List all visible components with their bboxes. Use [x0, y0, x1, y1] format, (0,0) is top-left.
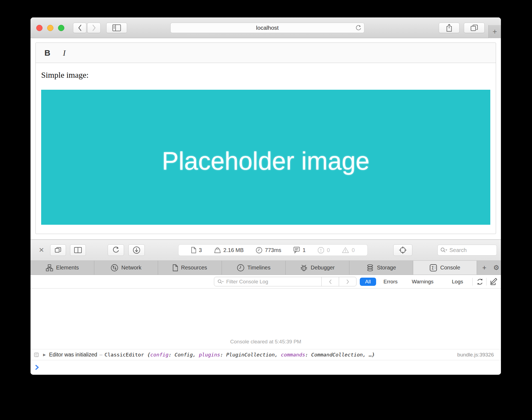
address-bar[interactable]: localhost: [170, 23, 364, 33]
preview-value: : Config,: [168, 352, 199, 358]
zoom-window-button[interactable]: [58, 25, 64, 31]
screenshot-canvas: localhost: [0, 0, 532, 420]
tab-storage[interactable]: Storage: [349, 261, 413, 275]
console-prompt[interactable]: [31, 360, 501, 374]
download-button[interactable]: [128, 244, 145, 256]
load-time: 773ms: [265, 247, 281, 253]
warning-triangle-icon: [342, 247, 349, 253]
page-weight-stat[interactable]: 2.16 MB: [214, 247, 244, 253]
document-icon: [191, 247, 196, 253]
next-result-button[interactable]: [339, 277, 356, 286]
reload-page-button[interactable]: [108, 244, 124, 256]
tab-resources[interactable]: Resources: [158, 261, 222, 275]
load-time-stat[interactable]: 773ms: [256, 247, 281, 254]
svg-text:Σ: Σ: [431, 266, 434, 271]
inspector-toolbar: ✕: [31, 240, 501, 261]
new-inspector-tab-button[interactable]: +: [477, 261, 492, 275]
tab-label: Debugger: [311, 265, 335, 271]
console-output: Console cleared at 5:45:39 PM ▶ Editor w…: [31, 289, 501, 374]
preserve-log-button[interactable]: [475, 277, 485, 286]
italic-button[interactable]: I: [63, 48, 66, 58]
warning-count: 0: [352, 247, 355, 253]
download-icon: [132, 246, 141, 254]
reload-icon: [355, 25, 362, 31]
console-filter-field[interactable]: [214, 277, 321, 286]
editor-content[interactable]: Simple image: Placeholder image: [36, 70, 496, 225]
close-window-button[interactable]: [36, 25, 43, 31]
console-log-row[interactable]: ▶ Editor was initialized – ClassicEditor…: [31, 349, 501, 360]
warning-count-stat[interactable]: 0: [342, 247, 355, 253]
clock-icon: [256, 247, 262, 254]
console-message-stat[interactable]: 1: [293, 247, 306, 254]
minimize-window-button[interactable]: [47, 25, 53, 31]
gear-icon: ⚙: [493, 264, 499, 272]
clock-icon: [237, 264, 244, 272]
divider: [486, 278, 486, 286]
previous-result-button[interactable]: [321, 277, 339, 286]
scope-all-button[interactable]: All: [360, 278, 376, 286]
browser-titlebar: localhost: [31, 17, 501, 38]
bold-button[interactable]: B: [44, 48, 50, 58]
inspector-search-field[interactable]: [437, 245, 497, 256]
error-count-stat[interactable]: 0: [318, 247, 330, 254]
reload-button[interactable]: [355, 25, 362, 32]
clear-console-icon: [489, 278, 498, 286]
log-message: Editor was initialized: [49, 352, 97, 358]
reload-icon: [112, 246, 120, 254]
tab-elements[interactable]: Elements: [31, 261, 94, 275]
scope-logs-button[interactable]: Logs: [452, 275, 463, 289]
circular-refresh-icon: [476, 278, 484, 286]
tab-timelines[interactable]: Timelines: [222, 261, 286, 275]
tab-label: Timelines: [247, 265, 271, 271]
log-level-icon: [34, 352, 39, 358]
preview-value: : PluginCollection,: [220, 352, 281, 358]
console-filter-bar: All Errors Warnings Logs: [31, 275, 501, 289]
placeholder-image-text: Placeholder image: [162, 147, 370, 175]
dock-side-button[interactable]: [70, 244, 86, 256]
console-filter-group: [214, 277, 356, 286]
close-inspector-button[interactable]: ✕: [37, 246, 46, 254]
sidebar-toggle-button[interactable]: [106, 23, 127, 33]
tab-label: Storage: [377, 265, 396, 271]
back-button[interactable]: [73, 23, 86, 33]
console-cleared-message: Console cleared at 5:45:39 PM: [31, 339, 501, 345]
disclosure-triangle-icon[interactable]: ▶: [43, 353, 46, 357]
tab-network[interactable]: Network: [94, 261, 158, 275]
chevron-left-icon: [329, 279, 332, 284]
split-view-icon: [74, 247, 82, 253]
message-bubble-icon: [293, 247, 300, 254]
tab-debugger[interactable]: Debugger: [286, 261, 349, 275]
weight-icon: [214, 247, 221, 253]
scope-errors-button[interactable]: Errors: [383, 275, 398, 289]
forward-button[interactable]: [87, 23, 101, 33]
forward-chevron-icon: [92, 24, 96, 31]
share-icon: [446, 24, 453, 32]
scope-warnings-button[interactable]: Warnings: [412, 275, 434, 289]
prompt-chevron-icon: [35, 364, 39, 370]
web-page: B I Simple image: Placeholder image: [31, 38, 501, 239]
search-input[interactable]: [449, 247, 488, 253]
resource-count-stat[interactable]: 3: [191, 247, 202, 253]
preview-key: plugins: [199, 352, 220, 358]
share-button[interactable]: [439, 23, 460, 33]
inspector-settings-button[interactable]: ⚙: [492, 261, 501, 275]
log-source-location[interactable]: bundle.js:39326: [457, 352, 494, 358]
back-chevron-icon: [78, 24, 82, 31]
address-bar-url: localhost: [171, 23, 364, 33]
detach-inspector-button[interactable]: [50, 244, 66, 256]
new-tab-button[interactable]: +: [488, 25, 501, 38]
preview-key: commands: [281, 352, 305, 358]
filter-console-input[interactable]: [226, 279, 303, 285]
tabs-overview-icon: [470, 24, 478, 32]
network-icon: [111, 264, 118, 272]
search-icon: [217, 279, 224, 284]
console-count: 1: [303, 247, 306, 253]
tab-overview-button[interactable]: [464, 23, 485, 33]
page-stats: 3 2.16 MB 773ms: [178, 244, 368, 256]
resource-count: 3: [199, 247, 202, 253]
clear-console-button[interactable]: [488, 277, 499, 286]
preview-close: …}: [369, 352, 375, 358]
tab-console[interactable]: Σ Console: [413, 261, 477, 275]
element-picker-button[interactable]: [393, 244, 412, 256]
log-separator: –: [99, 352, 102, 358]
